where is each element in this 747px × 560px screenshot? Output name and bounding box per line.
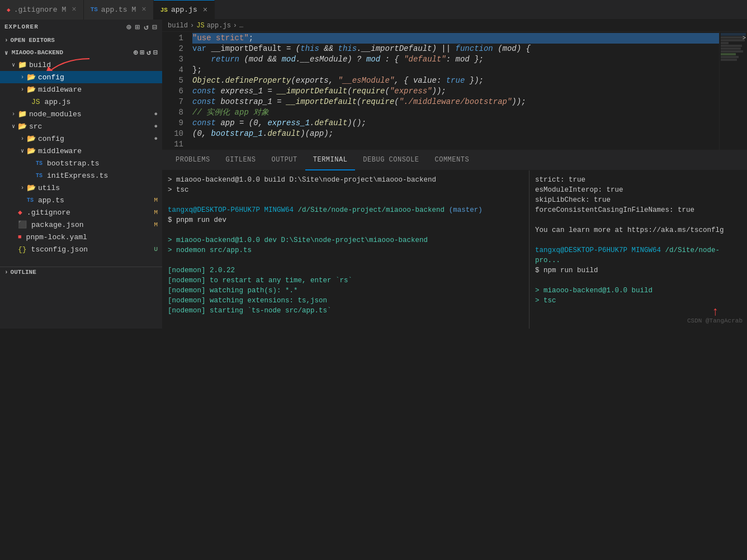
watermark: CSDN @TangAcrab [687,316,743,326]
terminal-line-6 [168,225,523,235]
code-line-11 [192,139,719,150]
tree-item-appjs-build[interactable]: JS app.js [0,96,162,108]
tree-item-config-build[interactable]: › 📂 config [0,71,162,83]
build-folder-icon: 📁 [18,60,27,69]
tree-item-gitignore[interactable]: ◆ .gitignore M [0,206,162,219]
tree-item-appts[interactable]: TS app.ts M [0,194,162,206]
chevron-right-icon: › [4,37,8,44]
breadcrumb-sep1: › [190,22,194,30]
packagejson-badge: M [154,221,158,228]
terminal-right-7 [535,235,741,245]
breadcrumb-appjs: app.js [207,22,231,30]
refresh-icon[interactable]: ↺ [144,22,149,32]
tab-appts-close[interactable]: × [141,5,146,14]
new-folder-icon[interactable]: ⊞ [135,22,140,32]
new-file-action-icon[interactable]: ⊕ [134,48,138,57]
minimap-expand-icon[interactable]: > [743,33,746,44]
breadcrumb-sep2: › [233,22,237,30]
tree-item-middleware-src[interactable]: ∨ 📂 middleware [0,145,162,157]
tab-gitignore-close[interactable]: × [72,5,76,14]
terminal-line-8: > nodemon src/app.ts [168,245,523,255]
terminal-right: strict: true esModuleInterop: true skipL… [529,170,747,329]
appts-file-label: app.ts [38,196,154,205]
code-line-5: Object . defineProperty (exports, "__esM… [192,75,719,86]
tab-appjs-label: app.js [171,6,197,14]
terminal-line-4: tangxq@DESKTOP-P6HUK7P MINGW64 /d/Site/n… [168,205,523,215]
terminal-right-1: strict: true [535,175,741,185]
new-folder-action-icon[interactable]: ⊞ [140,48,145,57]
tree-item-middleware-build[interactable]: › 📂 middleware [0,83,162,96]
code-line-4: }; [192,65,719,75]
tree-item-src[interactable]: ∨ 📂 src ● [0,120,162,132]
panel-tab-debug[interactable]: DEBUG CONSOLE [355,151,427,170]
explorer-label: EXPLORER [4,23,39,30]
tree-item-bootstrapts[interactable]: TS bootstrap.ts [0,157,162,169]
panel-tab-comments[interactable]: COMMENTS [427,151,477,170]
node-modules-folder-label: node_modules [29,110,154,118]
tab-appts[interactable]: TS app.ts M × [84,0,154,20]
code-line-7: const bootstrap_1 = __importDefault ( re… [192,97,719,107]
terminal-line-11: [nodemon] to restart at any time, enter … [168,276,523,286]
tab-gitignore[interactable]: ◆ .gitignore M × [0,0,84,20]
project-actions: ⊕ ⊞ ↺ ⊟ [134,48,158,57]
collapse-action-icon[interactable]: ⊟ [153,48,158,57]
terminal-right-8: tangxq@DESKTOP-P6HUK7P MINGW64 /d/Site/n… [535,245,741,265]
bottom-panel: PROBLEMS GITLENS OUTPUT TERMINAL DEBUG C… [162,150,747,329]
terminal-line-2: > tsc [168,185,523,195]
packagejson-file-label: package.json [31,221,154,229]
collapse-icon[interactable]: ⊟ [153,22,158,32]
panel-tab-problems[interactable]: PROBLEMS [168,151,218,170]
tree-item-packagejson[interactable]: ⬛ package.json M [0,219,162,231]
tree-item-initexpressts[interactable]: TS initExpress.ts [0,169,162,182]
code-string-1: "use strict" [192,33,249,44]
appjs-file-label: app.js [45,98,162,106]
terminal-left[interactable]: > miaooo-backend@1.0.0 build D:\Site\nod… [162,170,529,329]
panel-content: > miaooo-backend@1.0.0 build D:\Site\nod… [162,170,747,329]
breadcrumb-js-icon: JS [196,22,204,30]
terminal-line-14: [nodemon] starting `ts-node src/app.ts` [168,306,523,316]
terminal-right-12: > tsc [535,296,741,306]
panel-tab-output[interactable]: OUTPUT [264,151,305,170]
terminal-right-6: You can learn more at https://aka.ms/tsc… [535,225,741,235]
new-file-icon[interactable]: ⊕ [126,22,131,32]
node-modules-folder-icon: 📁 [18,110,27,118]
pnpmlock-file-icon: ■ [18,234,22,240]
tree-item-tsconfigjson[interactable]: {} tsconfig.json U [0,243,162,255]
config-src-badge: ● [154,135,158,142]
tsconfigjson-file-icon: {} [18,245,27,254]
open-editors-section[interactable]: › OPEN EDITORS [0,34,162,46]
chevron-down-icon: ∨ [4,49,8,56]
line-numbers: 1 2 3 4 5 6 7 8 9 10 11 [162,32,190,150]
node-modules-badge: ● [154,111,158,117]
panel-tab-terminal[interactable]: TERMINAL [305,151,356,170]
tree-item-config-src[interactable]: › 📂 config ● [0,132,162,145]
packagejson-file-icon: ⬛ [18,220,27,229]
tree-item-pnpmlock[interactable]: ■ pnpm-lock.yaml [0,231,162,243]
ts-icon: TS [91,6,98,13]
editor-area: build › JS app.js › … 1 2 3 4 5 6 7 8 9 [162,20,747,329]
panel-tab-gitlens[interactable]: GITLENS [218,151,264,170]
project-section[interactable]: ∨ MIAOOO-BACKEND ⊕ ⊞ ↺ ⊟ [0,46,162,59]
explorer-header-icons: ⊕ ⊞ ↺ ⊟ [126,22,158,32]
initexpressts-file-label: initExpress.ts [47,172,162,180]
terminal-line-13: [nodemon] watching extensions: ts,json [168,296,523,306]
terminal-line-5: $ pnpm run dev [168,215,523,225]
refresh-action-icon[interactable]: ↺ [146,48,151,57]
code-line-6: const express_1 = __importDefault ( requ… [192,86,719,97]
tab-appts-label: app.ts M [101,6,136,14]
src-folder-icon: 📂 [18,122,27,131]
utils-folder-icon: 📂 [27,183,36,192]
gitignore-file-icon: ◆ [18,208,22,217]
tab-appjs[interactable]: JS app.js × [154,0,215,20]
main-area: EXPLORER ⊕ ⊞ ↺ ⊟ › OPEN EDITORS ∨ MIAOOO… [0,20,747,329]
terminal-line-12: [nodemon] watching path(s): *.* [168,286,523,296]
tree-item-node-modules[interactable]: › 📁 node_modules ● [0,108,162,120]
tab-appjs-close[interactable]: × [203,6,207,15]
open-editors-label: OPEN EDITORS [11,37,55,44]
tree-item-build[interactable]: ∨ 📁 build [0,59,162,71]
code-line-9: const app = (0, express_1 . default )(); [192,118,719,129]
outline-section[interactable]: › OUTLINE [0,267,162,277]
tree-item-utils[interactable]: › 📂 utils [0,182,162,194]
config-folder-icon: 📂 [27,73,36,82]
pnpmlock-file-label: pnpm-lock.yaml [26,233,162,241]
